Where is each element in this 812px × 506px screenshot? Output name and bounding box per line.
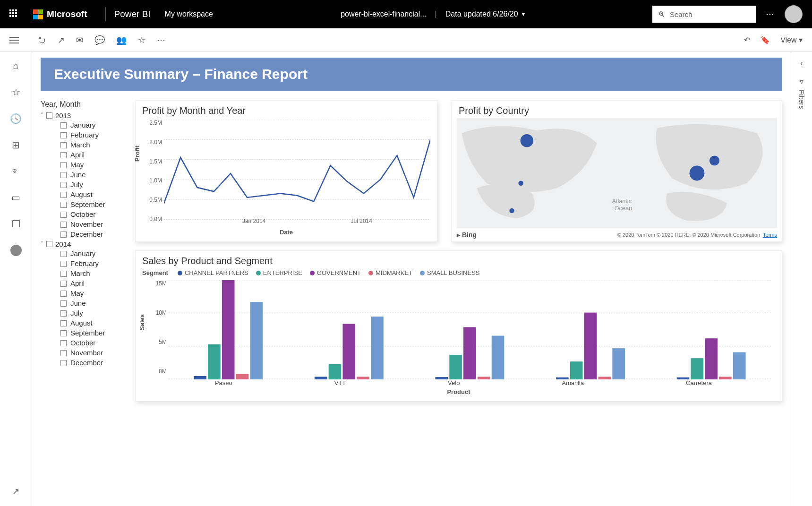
slicer-month[interactable]: November <box>60 220 128 229</box>
legend-item[interactable]: CHANNEL PARTNERS <box>178 269 248 276</box>
checkbox[interactable] <box>60 232 67 238</box>
checkbox[interactable] <box>60 122 67 129</box>
checkbox[interactable] <box>60 360 67 366</box>
slicer-month[interactable]: July <box>60 180 128 189</box>
month-label: March <box>70 269 90 278</box>
slicer-month[interactable]: January <box>60 249 128 258</box>
checkbox[interactable] <box>60 251 67 257</box>
favorites-icon[interactable]: ☆ <box>12 86 20 98</box>
date-slicer[interactable]: Year, Month ˄2013JanuaryFebruaryMarchApr… <box>41 100 128 402</box>
bookmark-icon[interactable]: 🔖 <box>761 35 770 44</box>
checkbox[interactable] <box>60 182 67 188</box>
more-icon[interactable]: ⋯ <box>157 35 165 45</box>
file-export-icon[interactable]: ⭮ <box>38 35 46 45</box>
slicer-month[interactable]: May <box>60 289 128 298</box>
my-workspace-icon[interactable] <box>10 245 22 256</box>
checkbox[interactable] <box>60 310 67 317</box>
slicer-month[interactable]: December <box>60 230 128 239</box>
checkbox[interactable] <box>60 320 67 326</box>
slicer-month[interactable]: August <box>60 318 128 328</box>
product-brand[interactable]: Power BI <box>114 9 151 19</box>
slicer-month[interactable]: December <box>60 358 128 368</box>
slicer-month[interactable]: February <box>60 130 128 140</box>
avatar[interactable] <box>785 5 803 23</box>
checkbox[interactable] <box>60 330 67 336</box>
legend-item[interactable]: GOVERNMENT <box>310 269 361 276</box>
expand-icon[interactable]: ↗ <box>12 486 19 497</box>
slicer-month[interactable]: July <box>60 309 128 318</box>
checkbox[interactable] <box>60 152 67 158</box>
slicer-month[interactable]: April <box>60 279 128 288</box>
slicer-month[interactable]: June <box>60 170 128 180</box>
recent-icon[interactable]: 🕓 <box>10 113 22 124</box>
month-label: January <box>70 249 95 258</box>
slicer-year[interactable]: ˄2013 <box>41 111 128 120</box>
data-updated[interactable]: Data updated 6/26/20 ▾ <box>445 10 525 18</box>
checkbox[interactable] <box>60 271 67 277</box>
slicer-month[interactable]: September <box>60 200 128 209</box>
checkbox[interactable] <box>60 192 67 198</box>
checkbox[interactable] <box>60 291 67 297</box>
comment-icon[interactable]: 💬 <box>94 35 105 45</box>
slicer-month[interactable]: September <box>60 328 128 338</box>
checkbox[interactable] <box>60 222 67 228</box>
svg-text:Ocean: Ocean <box>615 205 632 212</box>
home-icon[interactable]: ⌂ <box>13 60 18 71</box>
x-axis-label: Date <box>136 229 437 236</box>
legend-label: SMALL BUSINESS <box>427 269 480 276</box>
slicer-year[interactable]: ˄2014 <box>41 240 128 248</box>
checkbox[interactable] <box>60 281 67 287</box>
checkbox[interactable] <box>60 202 67 208</box>
shared-icon[interactable]: ᯤ <box>11 166 21 177</box>
slicer-month[interactable]: January <box>60 120 128 130</box>
checkbox[interactable] <box>60 261 67 267</box>
workspaces-icon[interactable]: ❐ <box>12 218 20 230</box>
apps-icon[interactable]: ⊞ <box>12 139 20 151</box>
checkbox[interactable] <box>60 212 67 218</box>
workspace-breadcrumb[interactable]: My workspace <box>165 10 213 18</box>
profit-by-country-map[interactable]: Profit by Country Atlantic Ocean <box>452 100 782 242</box>
slicer-month[interactable]: August <box>60 190 128 199</box>
slicer-month[interactable]: October <box>60 338 128 348</box>
app-launcher-icon[interactable] <box>9 9 19 19</box>
undo-icon[interactable]: ↶ <box>744 35 750 44</box>
slicer-month[interactable]: October <box>60 210 128 219</box>
learn-icon[interactable]: ▭ <box>11 192 20 203</box>
view-menu[interactable]: View ▾ <box>780 35 803 44</box>
email-icon[interactable]: ✉ <box>76 35 83 45</box>
nav-toggle-icon[interactable] <box>9 35 19 45</box>
microsoft-logo-icon <box>33 9 43 19</box>
checkbox[interactable] <box>60 162 67 168</box>
slicer-month[interactable]: May <box>60 160 128 170</box>
checkbox[interactable] <box>60 172 67 178</box>
checkbox[interactable] <box>46 112 52 119</box>
legend-item[interactable]: SMALL BUSINESS <box>420 269 480 276</box>
checkbox[interactable] <box>60 340 67 346</box>
slicer-month[interactable]: November <box>60 348 128 358</box>
svg-rect-23 <box>315 377 327 379</box>
filters-pane-collapsed[interactable]: ‹ ▿ Filters <box>791 52 812 506</box>
checkbox[interactable] <box>60 132 67 138</box>
legend-item[interactable]: ENTERPRISE <box>256 269 302 276</box>
teams-icon[interactable]: 👥 <box>116 35 127 45</box>
terms-link[interactable]: Terms <box>763 232 777 238</box>
checkbox[interactable] <box>60 350 67 356</box>
chart-title: Sales by Product and Segment <box>136 251 782 268</box>
more-options-icon[interactable]: ⋯ <box>766 9 775 19</box>
favorite-icon[interactable]: ☆ <box>138 35 145 45</box>
slicer-month[interactable]: June <box>60 299 128 308</box>
checkbox[interactable] <box>46 241 52 247</box>
slicer-month[interactable]: April <box>60 150 128 160</box>
svg-point-10 <box>518 180 523 186</box>
sales-by-product-chart[interactable]: Sales by Product and Segment Segment CHA… <box>135 250 782 402</box>
checkbox[interactable] <box>60 300 67 307</box>
profit-by-month-chart[interactable]: Profit by Month and Year Profit 2.5M2.0M… <box>135 100 437 242</box>
slicer-month[interactable]: March <box>60 140 128 150</box>
legend-item[interactable]: MIDMARKET <box>368 269 412 276</box>
share-icon[interactable]: ↗ <box>58 35 65 45</box>
slicer-month[interactable]: February <box>60 259 128 268</box>
report-name[interactable]: power-bi-excel-financial... <box>341 10 426 18</box>
slicer-month[interactable]: March <box>60 269 128 278</box>
checkbox[interactable] <box>60 142 67 148</box>
search-input[interactable]: 🔍︎ Search <box>652 6 756 23</box>
